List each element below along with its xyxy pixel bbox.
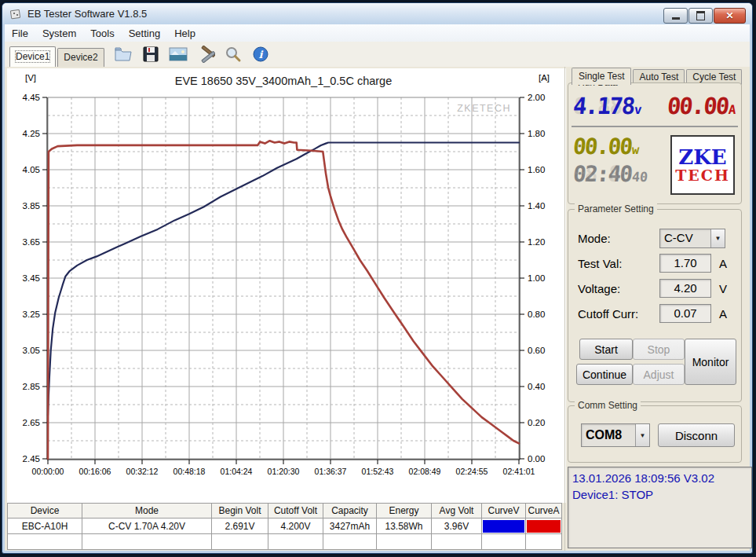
table-header-row: DeviceModeBegin VoltCutoff VoltCapacityE… bbox=[8, 504, 562, 519]
svg-text:02:24:55: 02:24:55 bbox=[456, 467, 488, 476]
table-header-cell: Cutoff Volt bbox=[268, 504, 323, 519]
table-header-cell: CurveV bbox=[482, 504, 526, 519]
chevron-down-icon[interactable]: ▼ bbox=[710, 229, 725, 247]
menu-item-help[interactable]: Help bbox=[167, 25, 203, 42]
adjust-button[interactable]: Adjust bbox=[633, 364, 685, 385]
about-button[interactable]: i bbox=[250, 44, 272, 64]
tab-device2[interactable]: Device2 bbox=[57, 48, 104, 67]
svg-text:3.05: 3.05 bbox=[23, 346, 40, 355]
svg-text:01:36:37: 01:36:37 bbox=[315, 467, 347, 476]
curve-v-swatch bbox=[482, 519, 526, 534]
test-val-unit: A bbox=[719, 257, 727, 270]
power-display: 00.00w bbox=[572, 134, 649, 159]
save-button[interactable] bbox=[140, 44, 162, 64]
svg-text:2.00: 2.00 bbox=[528, 93, 545, 102]
svg-text:00:32:12: 00:32:12 bbox=[126, 467, 159, 476]
minimize-button[interactable] bbox=[663, 8, 688, 24]
cutoff-curr-unit: A bbox=[719, 307, 727, 321]
table-cell: 2.691V bbox=[212, 519, 268, 534]
svg-text:01:20:30: 01:20:30 bbox=[268, 467, 300, 476]
svg-text:3.85: 3.85 bbox=[23, 201, 40, 211]
maximize-button[interactable] bbox=[688, 8, 713, 24]
toolbar: Device1 Device2 bbox=[5, 42, 750, 68]
start-button[interactable]: Start bbox=[579, 339, 633, 360]
svg-text:0.60: 0.60 bbox=[528, 346, 545, 355]
svg-text:0.00: 0.00 bbox=[528, 454, 545, 464]
test-val-field[interactable]: 1.70 bbox=[659, 254, 711, 273]
svg-text:00:00:00: 00:00:00 bbox=[32, 467, 64, 476]
svg-text:0.80: 0.80 bbox=[528, 310, 545, 319]
client-area: 4.452.004.251.804.051.603.851.403.651.20… bbox=[5, 67, 750, 551]
parameter-setting-label: Parameter Setting bbox=[575, 203, 657, 214]
svg-text:1.60: 1.60 bbox=[528, 165, 545, 174]
menu-item-file[interactable]: File bbox=[5, 25, 35, 42]
comm-setting-label: Comm Setting bbox=[575, 400, 641, 411]
cutoff-curr-label: Cutoff Curr: bbox=[578, 307, 659, 321]
tab-single-test[interactable]: Single Test bbox=[572, 68, 631, 85]
zke-logo: ZKE TECH bbox=[670, 135, 735, 195]
table-cell: 3427mAh bbox=[323, 519, 377, 534]
menu-bar: File System Tools Setting Help bbox=[5, 24, 750, 42]
results-table: DeviceModeBegin VoltCutoff VoltCapacityE… bbox=[7, 503, 562, 550]
svg-text:3.45: 3.45 bbox=[23, 273, 40, 283]
app-icon bbox=[9, 8, 23, 20]
svg-text:2.45: 2.45 bbox=[23, 454, 40, 464]
monitor-button[interactable]: Monitor bbox=[685, 339, 736, 385]
voltage-unit: V bbox=[719, 282, 727, 295]
cutoff-curr-field[interactable]: 0.07 bbox=[659, 304, 711, 323]
left-axis-unit: [V] bbox=[25, 73, 36, 82]
svg-text:1.20: 1.20 bbox=[528, 237, 545, 247]
chevron-down-icon[interactable]: ▼ bbox=[635, 424, 649, 446]
table-row[interactable]: EBC-A10HC-CV 1.70A 4.20V2.691V4.200V3427… bbox=[8, 519, 562, 534]
voltage-label: Voltage: bbox=[578, 282, 659, 295]
mode-select[interactable]: C-CV ▼ bbox=[659, 229, 725, 248]
svg-text:4.25: 4.25 bbox=[23, 129, 40, 138]
parameter-setting-group: Parameter Setting Mode: C-CV ▼ Test Val:… bbox=[568, 209, 742, 402]
maximize-icon bbox=[696, 11, 705, 20]
close-icon: ✕ bbox=[725, 11, 733, 20]
voltage-display: 4.178v bbox=[572, 93, 644, 119]
table-cell: 4.200V bbox=[268, 519, 323, 534]
svg-text:1.80: 1.80 bbox=[528, 129, 545, 138]
app-window: EB Tester Software V1.8.5 ✕ File System … bbox=[2, 2, 753, 554]
table-cell: EBC-A10H bbox=[8, 519, 82, 534]
table-header-cell: Avg Volt bbox=[432, 504, 482, 519]
window-title: EB Tester Software V1.8.5 bbox=[27, 8, 147, 20]
menu-item-system[interactable]: System bbox=[35, 25, 83, 42]
chart-title: EVE 18650 35V_3400mAh_1_0.5C charge bbox=[175, 75, 393, 87]
settings-tools-button[interactable] bbox=[195, 44, 217, 64]
menu-item-setting[interactable]: Setting bbox=[122, 25, 167, 42]
svg-text:00:16:06: 00:16:06 bbox=[79, 467, 111, 476]
info-icon: i bbox=[252, 46, 269, 63]
window-titlebar[interactable]: EB Tester Software V1.8.5 ✕ bbox=[2, 3, 752, 24]
svg-text:4.05: 4.05 bbox=[23, 165, 40, 174]
test-val-label: Test Val: bbox=[578, 257, 659, 270]
svg-text:0.20: 0.20 bbox=[528, 418, 545, 427]
voltage-field[interactable]: 4.20 bbox=[659, 279, 711, 298]
stop-button[interactable]: Stop bbox=[633, 339, 685, 360]
chart-panel: 4.452.004.251.804.051.603.851.403.651.20… bbox=[7, 68, 566, 503]
tab-device1[interactable]: Device1 bbox=[9, 46, 56, 67]
svg-text:01:52:43: 01:52:43 bbox=[362, 467, 394, 476]
svg-text:1.00: 1.00 bbox=[528, 273, 545, 283]
svg-text:0.40: 0.40 bbox=[528, 382, 545, 391]
svg-text:2.65: 2.65 bbox=[23, 418, 40, 427]
disconnect-button[interactable]: Disconn bbox=[658, 423, 735, 447]
open-file-button[interactable] bbox=[112, 44, 134, 64]
continue-button[interactable]: Continue bbox=[576, 364, 633, 385]
menu-item-tools[interactable]: Tools bbox=[83, 25, 121, 42]
mode-label: Mode: bbox=[578, 232, 659, 245]
close-button[interactable]: ✕ bbox=[714, 8, 746, 24]
status-line-2: Device1: STOP bbox=[572, 486, 747, 503]
svg-text:01:04:24: 01:04:24 bbox=[221, 467, 253, 476]
table-cell: 13.58Wh bbox=[377, 519, 432, 534]
comm-setting-group: Comm Setting COM8 ▼ Disconn bbox=[568, 405, 742, 463]
com-port-select[interactable]: COM8 ▼ bbox=[581, 423, 650, 447]
export-image-button[interactable] bbox=[167, 44, 189, 64]
svg-text:02:08:49: 02:08:49 bbox=[409, 467, 441, 476]
magnifier-icon bbox=[225, 46, 242, 63]
panel-divider bbox=[564, 67, 565, 551]
chart: 4.452.004.251.804.051.603.851.403.651.20… bbox=[7, 68, 566, 506]
zoom-button[interactable] bbox=[222, 44, 244, 64]
watermark: ZKETECH bbox=[457, 103, 511, 114]
